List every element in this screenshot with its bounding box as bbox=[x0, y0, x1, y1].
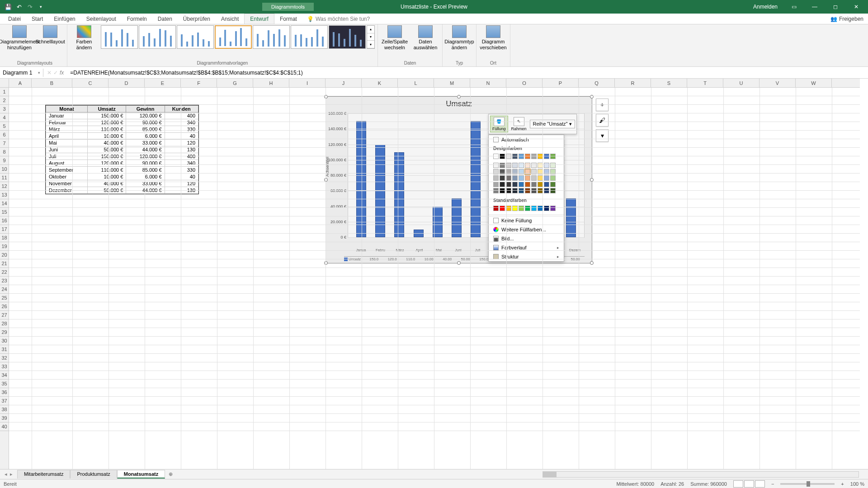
column-header[interactable]: N bbox=[470, 79, 506, 87]
column-header[interactable]: B bbox=[32, 79, 72, 87]
chart-styles-more[interactable]: ▴▾▾ bbox=[367, 25, 375, 49]
zoom-level[interactable]: 100 % bbox=[850, 481, 864, 487]
column-header[interactable]: F bbox=[181, 79, 217, 87]
row-header[interactable]: 11 bbox=[0, 174, 9, 182]
normal-view-button[interactable] bbox=[733, 480, 743, 488]
row-header[interactable]: 28 bbox=[0, 319, 9, 328]
ribbon-tab-überprüfen[interactable]: Überprüfen bbox=[178, 14, 216, 24]
select-all-cells[interactable] bbox=[0, 79, 9, 88]
row-header[interactable]: 6 bbox=[0, 131, 9, 139]
row-header[interactable]: 8 bbox=[0, 148, 9, 156]
move-chart-button[interactable]: Diagramm verschieben bbox=[479, 25, 507, 50]
switch-row-column-button[interactable]: Zeile/Spalte wechseln bbox=[381, 25, 409, 50]
zoom-slider[interactable] bbox=[780, 483, 835, 485]
ribbon-tab-datei[interactable]: Datei bbox=[3, 14, 26, 24]
column-header[interactable]: C bbox=[72, 79, 108, 87]
column-header[interactable]: A bbox=[9, 79, 32, 87]
tell-me-search[interactable]: 💡 Was möchten Sie tun? bbox=[307, 16, 370, 22]
column-header[interactable]: E bbox=[145, 79, 181, 87]
sheet-tab[interactable]: Monatsumsatz bbox=[117, 470, 165, 479]
row-header[interactable]: 13 bbox=[0, 191, 9, 199]
ribbon-tab-formeln[interactable]: Formeln bbox=[122, 14, 152, 24]
ribbon-tab-daten[interactable]: Daten bbox=[152, 14, 178, 24]
row-header[interactable]: 25 bbox=[0, 294, 9, 302]
column-header[interactable]: H bbox=[253, 79, 289, 87]
row-header[interactable]: 10 bbox=[0, 165, 9, 174]
column-header[interactable]: K bbox=[362, 79, 398, 87]
column-header[interactable]: S bbox=[651, 79, 687, 87]
column-header[interactable]: Q bbox=[579, 79, 615, 87]
chart-style-6[interactable] bbox=[291, 25, 328, 49]
ribbon-options-icon[interactable]: ▭ bbox=[784, 0, 804, 13]
row-header[interactable]: 32 bbox=[0, 354, 9, 362]
add-sheet-button[interactable]: ⊕ bbox=[165, 471, 176, 477]
ribbon-tab-einfügen[interactable]: Einfügen bbox=[48, 14, 80, 24]
column-header[interactable]: D bbox=[108, 79, 145, 87]
row-header[interactable]: 26 bbox=[0, 302, 9, 311]
row-header[interactable]: 4 bbox=[0, 113, 9, 122]
column-header[interactable]: L bbox=[398, 79, 434, 87]
chart-style-1[interactable] bbox=[101, 25, 138, 49]
undo-icon[interactable]: ↶ bbox=[14, 2, 24, 11]
row-header[interactable]: 38 bbox=[0, 405, 9, 414]
add-chart-element-button[interactable]: Diagrammelement hinzufügen bbox=[5, 25, 33, 50]
share-button[interactable]: 👥 Freigeben bbox=[830, 16, 863, 22]
row-header[interactable]: 21 bbox=[0, 259, 9, 268]
row-header[interactable]: 19 bbox=[0, 242, 9, 251]
row-header[interactable]: 31 bbox=[0, 345, 9, 354]
redo-icon[interactable]: ↷ bbox=[25, 2, 34, 11]
zoom-out-button[interactable]: − bbox=[771, 481, 774, 487]
formula-input[interactable] bbox=[67, 69, 868, 77]
ribbon-tab-seitenlayout[interactable]: Seitenlayout bbox=[81, 14, 122, 24]
row-header[interactable]: 36 bbox=[0, 388, 9, 397]
column-header[interactable]: M bbox=[434, 79, 470, 87]
row-header[interactable]: 29 bbox=[0, 328, 9, 337]
row-header[interactable]: 18 bbox=[0, 234, 9, 242]
page-layout-view-button[interactable] bbox=[744, 480, 754, 488]
row-header[interactable]: 9 bbox=[0, 156, 9, 165]
select-data-button[interactable]: Daten auswählen bbox=[411, 25, 439, 50]
sheet-nav-prev-icon[interactable]: ◂ bbox=[5, 471, 7, 477]
row-header[interactable]: 35 bbox=[0, 380, 9, 388]
name-box[interactable]: Diagramm 1▾ bbox=[0, 69, 43, 77]
change-chart-type-button[interactable]: Diagrammtyp ändern bbox=[445, 25, 473, 50]
maximize-button[interactable]: ◻ bbox=[826, 0, 845, 13]
row-header[interactable]: 27 bbox=[0, 311, 9, 319]
row-header[interactable]: 33 bbox=[0, 362, 9, 371]
column-header[interactable]: R bbox=[615, 79, 651, 87]
row-header[interactable]: 1 bbox=[0, 88, 9, 96]
row-header[interactable]: 37 bbox=[0, 397, 9, 405]
column-header[interactable]: O bbox=[506, 79, 542, 87]
cells-area[interactable]: MonatUmsatzGewinnKundenJanuar150.000 €12… bbox=[9, 88, 860, 470]
column-header[interactable]: U bbox=[723, 79, 760, 87]
sheet-tab[interactable]: Mitarbeiterumsatz bbox=[17, 470, 70, 479]
row-header[interactable]: 14 bbox=[0, 199, 9, 208]
column-header[interactable]: T bbox=[687, 79, 723, 87]
row-header[interactable]: 12 bbox=[0, 182, 9, 191]
account-link[interactable]: Anmelden bbox=[748, 2, 783, 12]
close-button[interactable]: ✕ bbox=[846, 0, 866, 13]
change-colors-button[interactable]: Farben ändern bbox=[70, 25, 98, 50]
chart-style-5[interactable] bbox=[253, 25, 290, 49]
row-header[interactable]: 30 bbox=[0, 337, 9, 345]
minimize-button[interactable]: — bbox=[805, 0, 825, 13]
fx-icon[interactable]: fx bbox=[60, 70, 64, 76]
page-break-view-button[interactable] bbox=[755, 480, 765, 488]
row-header[interactable]: 20 bbox=[0, 251, 9, 259]
ribbon-tab-ansicht[interactable]: Ansicht bbox=[216, 14, 244, 24]
row-header[interactable]: 40 bbox=[0, 422, 9, 431]
quick-layout-button[interactable]: Schnelllayout bbox=[36, 25, 64, 45]
row-header[interactable]: 5 bbox=[0, 122, 9, 131]
row-header[interactable]: 3 bbox=[0, 105, 9, 113]
chart-style-2[interactable] bbox=[139, 25, 176, 49]
horizontal-scrollbar[interactable] bbox=[542, 471, 859, 478]
row-header[interactable]: 22 bbox=[0, 268, 9, 277]
column-header[interactable]: W bbox=[796, 79, 832, 87]
row-header[interactable]: 23 bbox=[0, 277, 9, 285]
row-header[interactable]: 15 bbox=[0, 208, 9, 216]
column-header[interactable]: G bbox=[217, 79, 253, 87]
qat-more-icon[interactable]: ▾ bbox=[36, 2, 45, 11]
sheet-tab[interactable]: Produktumsatz bbox=[70, 470, 117, 479]
chart-style-3[interactable] bbox=[177, 25, 214, 49]
row-header[interactable]: 39 bbox=[0, 414, 9, 422]
